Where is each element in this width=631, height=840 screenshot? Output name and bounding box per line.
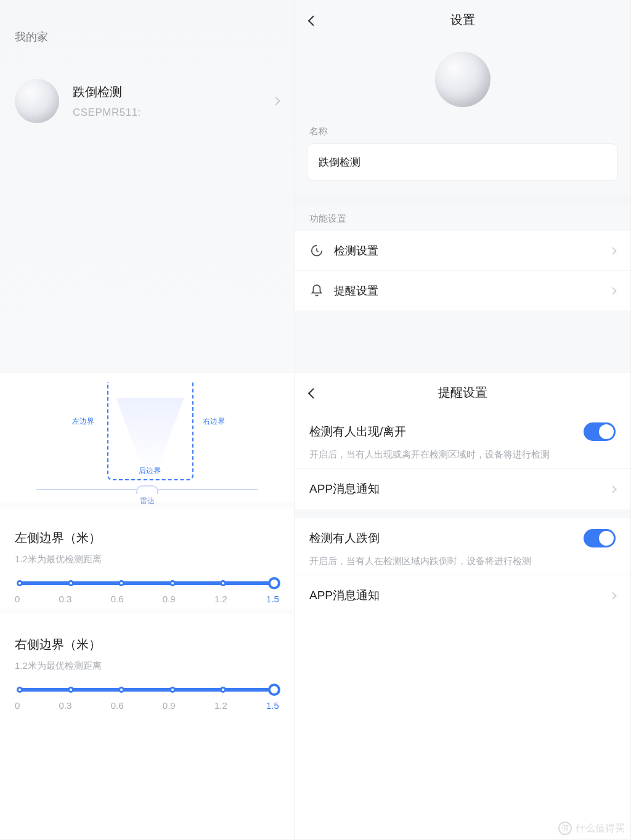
- radar-label: 雷达: [140, 496, 155, 506]
- radar-icon: [136, 485, 158, 494]
- device-icon: [15, 79, 59, 123]
- home-pane: 我的家 跌倒检测 CSEPMR511:: [0, 0, 295, 373]
- left-boundary-slider[interactable]: [20, 581, 274, 585]
- fall-desc: 开启后，当有人在检测区域内跌倒时，设备将进行检测: [309, 554, 616, 568]
- boundary-pane: 左边界 右边界 后边界 雷达 左侧边界（米） 1.2米为最优检测距离 0 0.3…: [0, 373, 295, 840]
- right-boundary-label: 右边界: [203, 416, 225, 427]
- back-icon[interactable]: [308, 15, 319, 26]
- boundary-diagram: 左边界 右边界 后边界 雷达: [24, 379, 271, 503]
- reminder-pane: 提醒设置 检测有人出现/离开 开启后，当有人出现或离开在检测区域时，设备将进行检…: [295, 373, 631, 840]
- app-notify-row-2[interactable]: APP消息通知: [295, 575, 630, 616]
- presence-group: 检测有人出现/离开 开启后，当有人出现或离开在检测区域时，设备将进行检测: [295, 411, 630, 468]
- chevron-right-icon: [272, 97, 280, 105]
- slider-ticks: 0 0.3 0.6 0.9 1.2 1.5: [15, 700, 279, 711]
- name-label: 名称: [295, 126, 630, 143]
- chevron-right-icon: [609, 485, 617, 493]
- presence-label: 检测有人出现/离开: [309, 424, 406, 440]
- name-field[interactable]: 跌倒检测: [307, 143, 618, 181]
- chevron-right-icon: [609, 287, 617, 295]
- left-boundary-label: 左边界: [72, 416, 94, 427]
- device-sub: CSEPMR511:: [73, 107, 259, 119]
- app-notify-row-1[interactable]: APP消息通知: [295, 468, 630, 509]
- fall-group: 检测有人跌倒 开启后，当有人在检测区域内跌倒时，设备将进行检测: [295, 518, 630, 575]
- chevron-right-icon: [609, 247, 617, 255]
- bell-icon: [309, 283, 324, 298]
- slider-thumb[interactable]: [268, 577, 280, 589]
- right-boundary-slider-block: 右侧边界（米） 1.2米为最优检测距离 0 0.3 0.6 0.9 1.2 1.…: [0, 609, 294, 716]
- fall-label: 检测有人跌倒: [309, 530, 380, 546]
- gauge-icon: [309, 243, 324, 258]
- slider-ticks: 0 0.3 0.6 0.9 1.2 1.5: [15, 594, 279, 604]
- right-boundary-slider[interactable]: [20, 688, 274, 692]
- fall-toggle[interactable]: [584, 529, 616, 547]
- page-title: 设置: [450, 12, 475, 28]
- back-icon[interactable]: [308, 388, 319, 398]
- detect-settings-row[interactable]: 检测设置: [295, 231, 630, 270]
- slider-thumb[interactable]: [268, 684, 280, 696]
- device-name: 跌倒检测: [73, 84, 259, 100]
- reminder-settings-row[interactable]: 提醒设置: [295, 270, 630, 310]
- home-title: 我的家: [0, 0, 294, 44]
- page-title: 提醒设置: [438, 384, 487, 401]
- back-boundary-label: 后边界: [139, 466, 161, 476]
- device-image: [435, 52, 491, 107]
- func-label: 功能设置: [295, 203, 630, 231]
- device-row[interactable]: 跌倒检测 CSEPMR511:: [15, 74, 279, 128]
- left-boundary-slider-block: 左侧边界（米） 1.2米为最优检测距离 0 0.3 0.6 0.9 1.2 1.…: [0, 503, 294, 609]
- presence-desc: 开启后，当有人出现或离开在检测区域时，设备将进行检测: [309, 447, 616, 462]
- presence-toggle[interactable]: [584, 422, 616, 441]
- chevron-right-icon: [609, 592, 617, 600]
- settings-pane: 设置 名称 跌倒检测 功能设置 检测设置 提醒设置: [295, 0, 631, 373]
